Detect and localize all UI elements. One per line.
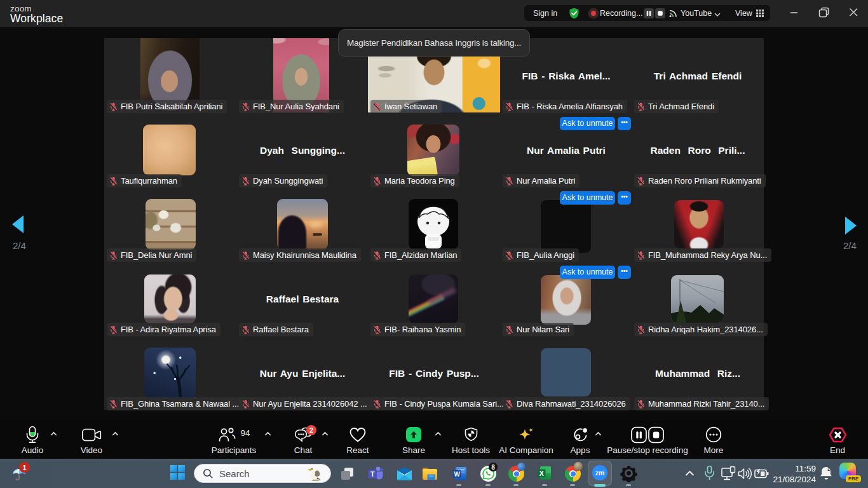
svg-text:W: W [454, 471, 460, 478]
svg-text:T: T [370, 470, 375, 478]
svg-text:z: z [827, 466, 830, 472]
svg-text:X: X [539, 470, 544, 477]
